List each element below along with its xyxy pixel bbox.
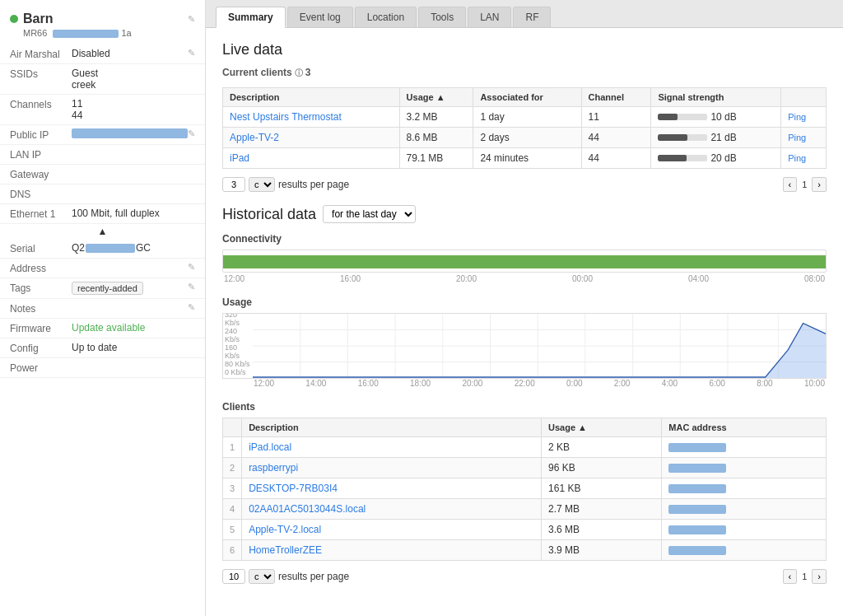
- power-label: Power: [10, 362, 72, 374]
- gateway-label: Gateway: [10, 168, 72, 180]
- period-select[interactable]: for the last day: [323, 205, 416, 223]
- ethernet-value: 100 Mbit, full duplex: [72, 208, 195, 219]
- client-link[interactable]: raspberrypi: [249, 462, 298, 474]
- public-ip-value[interactable]: [72, 128, 188, 138]
- client-row: 2 raspberrypi 96 KB: [223, 458, 827, 478]
- u-axis-11: 10:00: [804, 379, 825, 388]
- collapse-icon[interactable]: ▲: [0, 224, 205, 239]
- live-client-row: iPad 79.1 MB 24 minutes 44 20 dB Ping: [223, 148, 827, 169]
- client-associated: 1 day: [473, 107, 581, 128]
- prev-page-button[interactable]: ‹: [783, 177, 798, 192]
- client-description-link[interactable]: Apple-TV-2: [230, 132, 279, 143]
- device-name: Barn: [23, 12, 53, 26]
- client-desc: Apple-TV-2.local: [242, 520, 542, 540]
- clients-next-button[interactable]: ›: [812, 569, 827, 584]
- client-link[interactable]: DESKTOP-7RB03I4: [249, 483, 338, 494]
- row-num: 5: [223, 520, 242, 540]
- tab-rf[interactable]: RF: [513, 7, 551, 27]
- config-row: Config Up to date: [0, 338, 205, 358]
- client-usage: 3.2 MB: [399, 107, 473, 128]
- address-label: Address: [10, 262, 72, 274]
- notes-edit-icon[interactable]: ✎: [188, 302, 195, 313]
- tag-recently-added: recently-added: [72, 282, 143, 295]
- clients-results-per-page[interactable]: [222, 569, 245, 584]
- col-desc: Description: [242, 418, 542, 437]
- tags-edit-icon[interactable]: ✎: [188, 282, 195, 292]
- clients-per-page-select[interactable]: c: [249, 569, 275, 584]
- client-signal: 20 dB: [651, 148, 781, 169]
- address-row: Address ✎: [0, 259, 205, 278]
- u-axis-0: 12:00: [254, 379, 274, 388]
- client-link[interactable]: iPad.local: [249, 441, 291, 453]
- ping-link[interactable]: Ping: [788, 133, 806, 142]
- ping-link[interactable]: Ping: [788, 153, 806, 163]
- col-action: [781, 88, 827, 107]
- client-desc: raspberrypi: [242, 458, 542, 478]
- tab-summary[interactable]: Summary: [216, 7, 286, 28]
- row-num: 6: [223, 540, 242, 561]
- col-usage: Usage ▲: [542, 418, 662, 437]
- pagination-left: c results per page: [222, 177, 349, 192]
- tab-location[interactable]: Location: [355, 7, 417, 27]
- tags-value: recently-added: [72, 282, 188, 295]
- air-marshal-row: Air Marshal Disabled ✎: [0, 44, 205, 64]
- air-marshal-label: Air Marshal: [10, 48, 72, 60]
- sidebar-device-header: Barn ✎: [0, 8, 205, 28]
- results-per-page-select[interactable]: c: [249, 177, 275, 192]
- next-page-button[interactable]: ›: [812, 177, 827, 192]
- client-link[interactable]: 02AA01AC5013044S.local: [249, 503, 366, 515]
- firmware-value[interactable]: Update available: [72, 322, 195, 334]
- content-area: Live data Current clients ⓘ 3 Descriptio…: [206, 28, 843, 600]
- tags-row: Tags recently-added ✎: [0, 278, 205, 299]
- client-description-link[interactable]: Nest Upstairs Thermostat: [230, 111, 342, 123]
- live-client-row: Apple-TV-2 8.6 MB 2 days 44 21 dB Ping: [223, 128, 827, 148]
- y-label-3: 240 Kb/s: [225, 327, 251, 343]
- connectivity-chart: [222, 250, 827, 273]
- tab-lan[interactable]: LAN: [468, 7, 511, 27]
- results-per-page-input[interactable]: [222, 177, 245, 192]
- device-name-edit-icon[interactable]: ✎: [188, 14, 195, 25]
- y-label-2: 160 Kb/s: [225, 343, 251, 360]
- client-link[interactable]: Apple-TV-2.local: [249, 524, 321, 535]
- current-clients-label: Current clients: [222, 67, 292, 78]
- client-description-link[interactable]: iPad: [230, 152, 249, 164]
- channels-value: 1144: [72, 98, 195, 121]
- clients-section: Clients Description Usage ▲ MAC address …: [222, 401, 827, 587]
- mac-suffix: 1a: [121, 28, 131, 38]
- client-usage: 79.1 MB: [399, 148, 473, 169]
- live-data-title: Live data: [222, 41, 827, 58]
- air-marshal-edit-icon[interactable]: ✎: [188, 48, 195, 58]
- tab-event-log[interactable]: Event log: [287, 7, 353, 27]
- u-axis-9: 6:00: [709, 379, 724, 388]
- notes-row: Notes ✎: [0, 299, 205, 319]
- clients-pagination-left: c results per page: [222, 569, 349, 584]
- row-num: 3: [223, 478, 242, 499]
- ssids-value: Guestcreek: [72, 68, 195, 91]
- client-associated: 24 minutes: [473, 148, 581, 169]
- info-icon: ⓘ: [295, 68, 305, 77]
- live-data-section: Live data Current clients ⓘ 3 Descriptio…: [222, 41, 827, 195]
- clients-prev-button[interactable]: ‹: [783, 569, 798, 584]
- usage-chart: 0 Kb/s 80 Kb/s 160 Kb/s 240 Kb/s 320 Kb/…: [222, 313, 827, 379]
- address-edit-icon[interactable]: ✎: [188, 262, 195, 273]
- tab-bar: Summary Event log Location Tools LAN RF: [206, 0, 843, 28]
- u-axis-2: 16:00: [358, 379, 379, 388]
- live-clients-table: Description Usage ▲ Associated for Chann…: [222, 87, 827, 169]
- client-usage: 3.9 MB: [542, 540, 662, 561]
- col-associated: Associated for: [473, 88, 581, 107]
- client-link[interactable]: HomeTrollerZEE: [249, 544, 322, 556]
- results-per-page-label: results per page: [278, 179, 349, 190]
- live-clients-header-row: Description Usage ▲ Associated for Chann…: [223, 88, 827, 107]
- clients-header-row: Description Usage ▲ MAC address: [223, 418, 827, 437]
- client-row: 4 02AA01AC5013044S.local 2.7 MB: [223, 499, 827, 520]
- serial-row: Serial Q2GC: [0, 239, 205, 259]
- y-label-1: 80 Kb/s: [225, 360, 251, 368]
- tab-tools[interactable]: Tools: [418, 7, 466, 27]
- ping-link[interactable]: Ping: [788, 112, 806, 122]
- axis-label-1: 16:00: [340, 274, 361, 283]
- axis-label-2: 20:00: [456, 274, 477, 283]
- row-num: 1: [223, 437, 242, 458]
- public-ip-edit-icon[interactable]: ✎: [188, 128, 195, 139]
- tags-label: Tags: [10, 282, 72, 294]
- firmware-row: Firmware Update available: [0, 319, 205, 338]
